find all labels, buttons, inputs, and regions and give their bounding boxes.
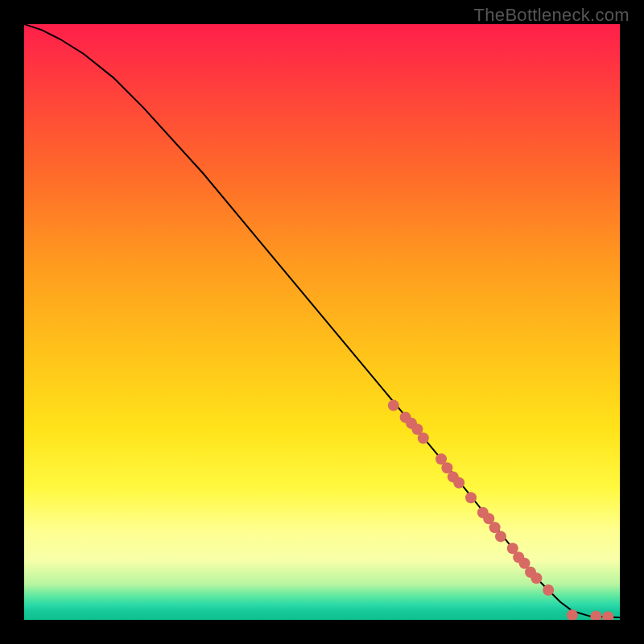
chart-frame: TheBottleneck.com [0,0,644,644]
marker-point [543,584,554,596]
marker-point [530,572,542,584]
watermark-text: TheBottleneck.com [474,5,630,26]
bottleneck-curve [24,24,620,617]
plot-area [24,24,620,620]
marker-point [453,477,464,489]
curve-layer [24,24,620,617]
marker-point [465,492,477,503]
marker-layer [388,400,613,620]
marker-point [495,530,506,542]
chart-svg [24,24,620,620]
marker-point [602,611,613,620]
marker-point [590,611,601,620]
marker-point [567,609,578,620]
marker-point [418,432,429,444]
marker-point [388,400,399,411]
